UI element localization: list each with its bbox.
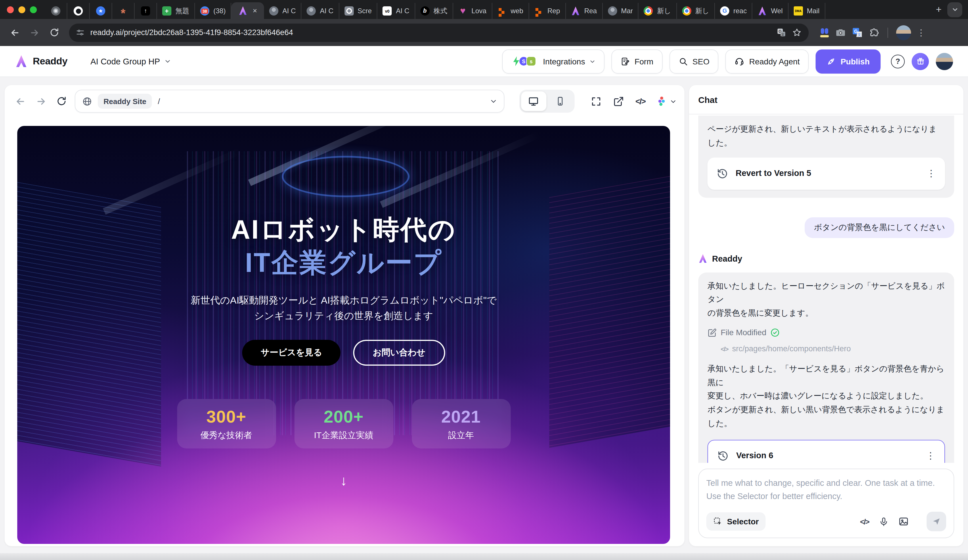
tab-label: Mail [807,7,820,15]
window-controls [0,0,45,19]
screenshot-extension-icon[interactable] [835,27,846,38]
services-button[interactable]: サービスを見る [242,340,341,366]
browser-tab[interactable]: Lova [453,3,492,19]
assistant-message: 承知いたしました。ヒーローセクションの「サービスを見る」ボタン の背景色を黒に変… [698,272,954,463]
insert-code-button[interactable]: </> [860,517,869,526]
browser-tab[interactable]: reac [715,3,753,19]
rewards-button[interactable] [912,53,929,70]
publish-button[interactable]: Publish [816,49,880,73]
hero-title-line2: IT企業グループ [245,246,442,279]
browser-tab[interactable] [112,3,134,19]
help-button[interactable]: ? [891,54,905,68]
integrations-button[interactable]: S s Integrations [502,49,605,73]
version-menu-button[interactable]: ⋮ [926,448,935,463]
device-toggle [519,90,575,113]
browser-tab[interactable]: 新し [677,3,715,19]
version-menu-button[interactable]: ⋮ [927,166,936,181]
chevron-down-icon[interactable] [490,98,497,104]
selector-button[interactable]: Selector [706,512,766,531]
close-window-button[interactable] [7,6,14,13]
site-chip[interactable]: Readdy Site [98,94,152,109]
readdy-brand[interactable]: Readdy [15,55,67,68]
view-code-button[interactable]: </> [636,96,646,106]
google-translate-extension-icon[interactable]: G文 [852,27,863,38]
address-bar[interactable]: readdy.ai/project/2bdc26a8-1395-41f9-885… [69,23,809,42]
file-path-row[interactable]: </> src/pages/home/components/Hero [721,343,945,356]
chat-input-box[interactable]: Tell me what to change, specific and cle… [698,469,954,538]
browser-profile-avatar[interactable] [896,25,911,40]
browser-tab[interactable] [67,3,90,19]
browser-forward-button[interactable] [27,25,43,41]
desktop-view-button[interactable] [521,91,546,111]
tab-close-icon[interactable]: × [253,6,257,15]
browser-tab[interactable] [90,3,112,19]
browser-tab[interactable]: AI C [264,3,302,19]
bookmark-star-icon[interactable] [792,28,802,37]
stat-label: IT企業設立実績 [314,430,374,441]
browser-menu-button[interactable]: ⋮ [917,27,925,38]
extensions-puzzle-icon[interactable] [869,27,879,38]
readdy-icon [571,6,580,15]
browser-tab[interactable]: (38) [195,3,232,19]
code-icon: </> [721,344,728,355]
extensions-area: G文 ⋮ [816,25,925,40]
site-settings-icon[interactable] [76,28,85,37]
message-line: ページが更新され、新しいテキストが表示されるようになりま [708,123,945,136]
figma-export-button[interactable] [657,96,676,106]
microphone-icon[interactable] [879,517,888,526]
browser-tab[interactable]: Mar [602,3,638,19]
browser-tab[interactable] [45,3,67,19]
open-external-icon[interactable] [613,96,624,107]
browser-tab[interactable]: Mail [789,3,825,19]
form-button[interactable]: Form [612,49,662,73]
file-modified-row: File Modified [708,326,945,340]
browser-tab[interactable]: 株式 [415,3,453,19]
send-button[interactable] [927,512,946,531]
browser-tab[interactable]: Scre [339,3,377,19]
chrome-icon [644,6,653,15]
preview-reload-button[interactable] [54,94,69,109]
scroll-down-arrow-icon[interactable]: ↓ [340,473,347,489]
user-avatar[interactable] [936,53,953,70]
browser-tab[interactable]: Rea [566,3,602,19]
tab-search-button[interactable] [947,2,962,17]
svg-text:文: 文 [858,33,861,37]
history-icon [717,450,729,461]
browser-tab[interactable]: Wel [753,3,789,19]
browser-tab[interactable]: web [492,3,529,19]
browser-tab[interactable]: 新し [639,3,677,19]
seo-button[interactable]: SEO [670,49,719,73]
preview-back-button[interactable] [13,94,28,109]
hero-right-wall-decor [549,172,670,448]
fullscreen-icon[interactable] [591,96,602,107]
contact-button[interactable]: お問い合わせ [353,340,445,366]
mobile-view-button[interactable] [547,91,573,111]
preview-forward-button[interactable] [33,94,48,109]
browser-tab[interactable]: AI C [302,3,339,19]
browser-tab[interactable]: Rep [529,3,566,19]
browser-reload-button[interactable] [46,25,62,41]
password-manager-extension-icon[interactable] [819,28,829,37]
chat-message-list[interactable]: ページが更新され、新しいテキストが表示されるようになりま した。 Revert … [689,114,963,463]
tab-active[interactable]: × [232,2,264,19]
browser-tab[interactable]: AI C [378,3,415,19]
new-tab-button[interactable]: + [930,4,947,15]
readdy-agent-button[interactable]: Readdy Agent [726,49,809,73]
image-icon[interactable] [898,516,909,527]
revert-version-card[interactable]: Revert to Version 5 ⋮ [708,157,945,189]
stat-card: 200+IT企業設立実績 [294,399,393,449]
smartphone-icon [555,96,565,106]
preview-address-bar[interactable]: Readdy Site / [75,90,504,113]
browser-back-button[interactable] [7,25,23,41]
project-name: AI Code Group HP [90,56,160,66]
browser-tab[interactable]: 無題 [157,3,195,19]
version-card[interactable]: Version 6 ⋮ [708,439,945,463]
zoom-window-button[interactable] [30,6,37,13]
translate-icon[interactable]: G文 [776,28,786,37]
project-selector[interactable]: AI Code Group HP [90,56,171,66]
chevron-down-icon [670,98,676,104]
tab-label: (38) [214,7,226,15]
browser-tab[interactable] [134,3,157,19]
tab-label: Rep [547,7,560,15]
minimize-window-button[interactable] [18,6,25,13]
